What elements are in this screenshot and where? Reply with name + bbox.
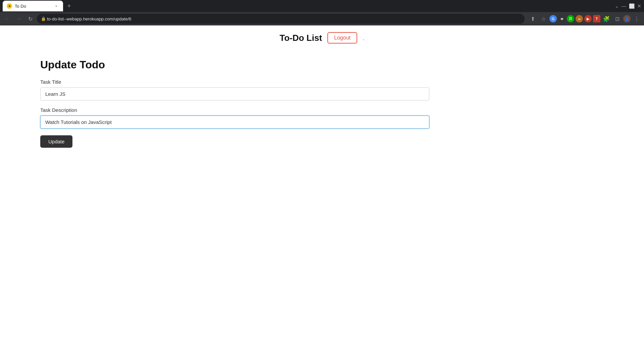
address-bar-row: ← → ↻ 🔒 ⬆ ☆ G ≋ 汉 ∞ ▶ T 🧩 ⊡ 👤 ⋮	[0, 12, 644, 25]
ext-icon-red[interactable]: ▶	[584, 15, 592, 22]
page-content: To-Do List Logout . Update Todo Task Tit…	[0, 25, 644, 345]
app-header: To-Do List Logout .	[0, 25, 644, 49]
tab-title: To Do	[15, 4, 51, 9]
bookmark-icon[interactable]: ☆	[539, 14, 548, 23]
browser-chrome: ✦ To Do × + ⌄ — ⬜ ✕ ← → ↻ 🔒 ⬆ ☆ G ≋ 汉 ∞	[0, 0, 644, 25]
update-button[interactable]: Update	[40, 135, 72, 148]
share-icon[interactable]: ⬆	[528, 14, 537, 23]
refresh-button[interactable]: ↻	[25, 14, 35, 23]
window-close-icon[interactable]: ✕	[637, 3, 641, 9]
new-tab-button[interactable]: +	[64, 1, 74, 11]
task-title-group: Task Title	[40, 79, 429, 100]
lock-icon: 🔒	[41, 16, 46, 21]
tab-bar-right: ⌄ — ⬜ ✕	[615, 3, 641, 9]
ext-icon-pink[interactable]: T	[593, 15, 600, 22]
ext-icon-copper[interactable]: ∞	[576, 15, 583, 22]
extensions-icon[interactable]: 🧩	[602, 14, 611, 23]
ext-icon-dark[interactable]: ≋	[558, 15, 566, 22]
task-description-input[interactable]	[40, 116, 429, 129]
back-button[interactable]: ←	[3, 14, 12, 23]
page-heading: Update Todo	[40, 59, 429, 71]
profile-icon[interactable]: 👤	[623, 15, 631, 22]
minimize-icon[interactable]: —	[622, 3, 626, 9]
tab-close-button[interactable]: ×	[54, 3, 59, 9]
header-dot: .	[363, 34, 365, 42]
logout-button[interactable]: Logout	[327, 32, 357, 44]
ext-icon-green[interactable]: 汉	[567, 15, 574, 22]
main-content: Update Todo Task Title Task Description …	[0, 49, 470, 158]
toolbar-icons: ⬆ ☆ G ≋ 汉 ∞ ▶ T 🧩 ⊡ 👤 ⋮	[528, 14, 641, 23]
task-description-group: Task Description	[40, 107, 429, 129]
task-description-label: Task Description	[40, 107, 429, 113]
menu-icon[interactable]: ⋮	[632, 14, 641, 23]
app-title: To-Do List	[279, 33, 322, 43]
cast-icon[interactable]: ⊡	[612, 14, 622, 23]
task-title-input[interactable]	[40, 87, 429, 100]
forward-button[interactable]: →	[14, 14, 23, 23]
tab-favicon: ✦	[7, 3, 12, 9]
ext-icon-g[interactable]: G	[549, 15, 557, 22]
tab-list-icon[interactable]: ⌄	[615, 3, 619, 9]
address-input[interactable]	[37, 14, 525, 24]
restore-icon[interactable]: ⬜	[629, 3, 635, 9]
task-title-label: Task Title	[40, 79, 429, 85]
address-bar-container: 🔒	[37, 14, 525, 24]
active-tab[interactable]: ✦ To Do ×	[3, 1, 63, 11]
tab-bar: ✦ To Do × + ⌄ — ⬜ ✕	[0, 0, 644, 12]
